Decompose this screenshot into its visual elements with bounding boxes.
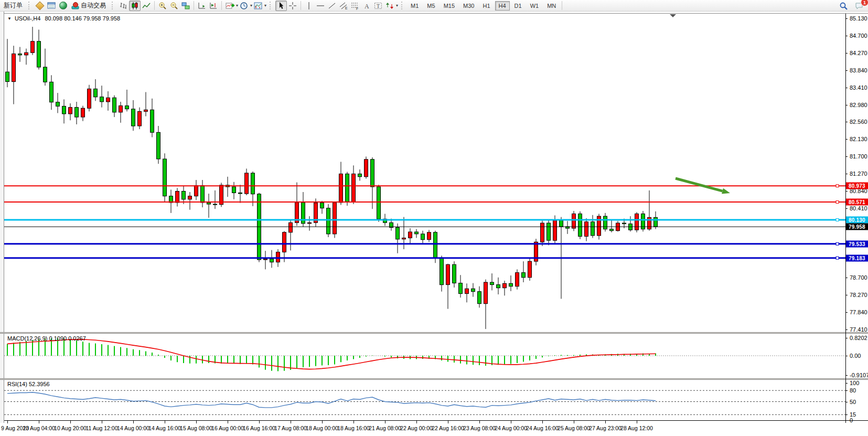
time-tick-label: 24 Aug 16:00: [526, 425, 559, 431]
new-order-label: 新订单: [4, 1, 23, 10]
horizontal-line-button[interactable]: [315, 1, 326, 11]
time-tick-mark: [259, 420, 260, 423]
time-tick-label: 16 Aug 16:00: [243, 425, 275, 431]
toolbar-separator: [301, 1, 301, 10]
text-label-icon: T: [374, 2, 382, 10]
time-tick-label: 22 Aug 00:00: [400, 425, 433, 431]
price-tick-mark: [845, 338, 848, 338]
horizontal-line-objects[interactable]: [4, 185, 845, 260]
price-tick-label: 82.980: [850, 102, 867, 108]
vertical-line-icon: [305, 2, 313, 10]
periods-button[interactable]: [238, 1, 250, 11]
macd-label: MACD(12,26,9) 0.1090 0.0267: [7, 335, 86, 342]
data-window-button[interactable]: [46, 1, 57, 11]
price-tick-label: 78.700: [850, 274, 867, 281]
price-tick-mark: [845, 420, 848, 421]
templates-button[interactable]: [252, 1, 264, 11]
time-tick-mark: [637, 420, 637, 423]
vertical-line-button[interactable]: [303, 1, 315, 11]
notification-badge[interactable]: 1: [861, 0, 868, 6]
timeframe-MN[interactable]: MN: [543, 1, 560, 10]
timeframe-D1[interactable]: D1: [511, 1, 526, 10]
main-price-pane[interactable]: [4, 14, 845, 332]
bar-chart-button[interactable]: [117, 1, 129, 11]
auto-scroll-button[interactable]: [196, 1, 208, 11]
price-tick-label: 82.560: [850, 119, 867, 125]
timeframe-H4[interactable]: H4: [495, 1, 510, 10]
tile-windows-button[interactable]: [180, 1, 191, 11]
periods-clock-icon: [240, 2, 248, 10]
time-tick-mark: [165, 420, 165, 423]
price-tick-label: 50: [850, 399, 856, 405]
price-tick-label: 83.840: [850, 67, 867, 73]
toolbar-grip: [270, 2, 273, 9]
price-tick-mark: [845, 139, 848, 140]
time-tick-mark: [7, 420, 8, 423]
data-window-icon: [47, 2, 56, 10]
arrows-caret[interactable]: ▾: [396, 3, 398, 8]
time-tick-mark: [511, 420, 511, 423]
price-tick-label: 84.700: [850, 33, 867, 39]
navigator-button[interactable]: [57, 1, 69, 11]
text-label-button[interactable]: T: [372, 1, 384, 11]
time-tick-mark: [574, 420, 574, 423]
time-axis-border: [4, 420, 868, 421]
auto-trading-button[interactable]: 自动交易: [69, 1, 109, 11]
price-tick-label: 0.8202: [850, 335, 867, 341]
text-icon: A: [362, 2, 371, 10]
time-tick-mark: [416, 420, 417, 423]
toolbar-right: 1: [838, 0, 865, 12]
line-chart-button[interactable]: [141, 1, 152, 11]
time-tick-label: 27 Aug 23:00: [589, 425, 621, 431]
hline-price-badge: 80.973: [846, 183, 868, 189]
timeframe-W1[interactable]: W1: [527, 1, 543, 10]
time-tick-label: 14 Aug 00:00: [117, 425, 149, 431]
market-watch-icon: [36, 1, 45, 10]
chart-shift-marker[interactable]: [670, 14, 676, 17]
tile-windows-icon: [181, 2, 190, 10]
candles: [6, 27, 658, 329]
price-tick-label: 81.700: [850, 153, 867, 159]
search-icon: [839, 2, 848, 10]
price-tick-mark: [845, 70, 848, 71]
timeframe-M5[interactable]: M5: [423, 1, 438, 10]
zoom-out-button[interactable]: [168, 1, 180, 11]
price-tick-label: -0.9107: [850, 372, 868, 378]
svg-text:T: T: [377, 3, 380, 8]
timeframe-H1[interactable]: H1: [479, 1, 494, 10]
add-indicator-button[interactable]: [224, 1, 235, 11]
auto-scroll-icon: [198, 2, 206, 10]
price-tick-mark: [845, 402, 848, 402]
price-tick-label: 83.410: [850, 84, 867, 91]
market-watch-button[interactable]: [34, 1, 46, 11]
candlestick-button[interactable]: [129, 1, 141, 11]
price-tick-mark: [845, 174, 848, 174]
rsi-level-lines: [4, 390, 845, 414]
fibonacci-button[interactable]: F: [349, 1, 361, 11]
rsi-pane[interactable]: [4, 380, 845, 420]
zoom-in-button[interactable]: [157, 1, 168, 11]
chart-shift-button[interactable]: [208, 1, 219, 11]
search-button[interactable]: [838, 1, 849, 11]
arrows-button[interactable]: [384, 1, 395, 11]
symbol-dropdown-icon[interactable]: ▼: [7, 16, 12, 21]
equidistant-channel-button[interactable]: E: [338, 1, 349, 11]
cursor-button[interactable]: [275, 1, 287, 11]
time-tick-mark: [322, 420, 323, 423]
new-order-button[interactable]: 新订单: [1, 1, 25, 11]
price-tick-mark: [845, 122, 848, 122]
toolbar-separator: [562, 1, 562, 10]
toolbar-grip: [28, 2, 32, 9]
templates-caret[interactable]: ▾: [264, 3, 266, 8]
timeframe-M1[interactable]: M1: [407, 1, 422, 10]
macd-histogram: [7, 338, 656, 371]
macd-pane[interactable]: [4, 334, 845, 378]
timeframe-M30[interactable]: M30: [459, 1, 478, 10]
rsi-line: [7, 392, 656, 408]
crosshair-button[interactable]: [287, 1, 298, 11]
text-button[interactable]: A: [361, 1, 372, 11]
trendline-button[interactable]: [326, 1, 338, 11]
timeframe-M15[interactable]: M15: [440, 1, 458, 10]
price-tick-label: 80: [850, 387, 856, 394]
price-tick-mark: [845, 88, 848, 88]
